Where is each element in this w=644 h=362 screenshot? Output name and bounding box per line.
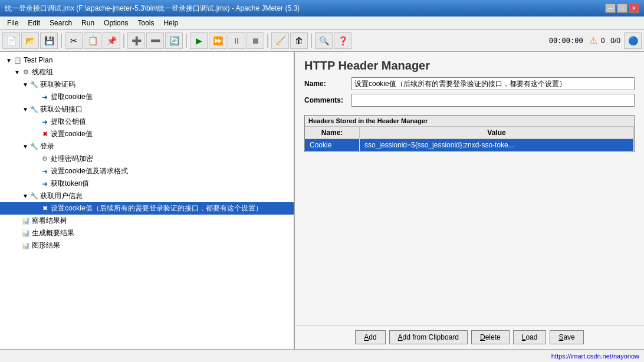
tree-item-viewresults[interactable]: 📊 察看结果树: [0, 215, 294, 227]
paste-button[interactable]: 📌: [103, 32, 120, 49]
tree-label-threadgroup: 线程组: [32, 67, 53, 77]
name-input[interactable]: [351, 77, 635, 90]
tree-label-viewresults: 察看结果树: [32, 216, 67, 226]
tree-label-gettoken: 获取token值: [51, 179, 89, 189]
setcookie1-icon: ✖: [40, 130, 50, 139]
save-button[interactable]: 💾: [40, 32, 58, 49]
threadgroup-icon: ⚙: [21, 68, 31, 77]
open-button[interactable]: 📂: [21, 32, 39, 49]
run-button[interactable]: ▶: [190, 32, 208, 49]
menu-options[interactable]: Options: [99, 18, 133, 28]
toolbar-sep-4: [267, 34, 268, 48]
help-button[interactable]: ❓: [334, 32, 351, 49]
window-title: 统一登录接口调试.jmx (F:\apache-jmeter-5.3\bin\统…: [5, 4, 300, 14]
tree-item-setcookie2[interactable]: ➜ 设置cookie值及请求格式: [0, 165, 294, 177]
menu-help[interactable]: Help: [159, 18, 183, 28]
expand-icon-2[interactable]: ▼: [13, 68, 21, 77]
comments-input[interactable]: [351, 94, 635, 107]
tree-item-setcookie-selected[interactable]: ✖ 设置cookie值（后续所有的需要登录验证的接口，都要有这个设置）: [0, 202, 294, 215]
extractcookie-icon: ➜: [40, 93, 50, 102]
tree-label-getpubkey: 获取公钥接口: [40, 104, 83, 114]
extractpubkey-icon: ➜: [40, 117, 50, 127]
col-header-name: Name:: [305, 127, 359, 139]
panel-spacer: [295, 157, 644, 325]
expand-button[interactable]: ➕: [127, 32, 145, 49]
tree-item-setcookie1[interactable]: ✖ 设置cookie值: [0, 128, 294, 140]
menubar: File Edit Search Run Options Tools Help: [0, 17, 644, 29]
headers-group: Headers Stored in the Header Manager Nam…: [304, 115, 635, 152]
tree-item-extractcookie[interactable]: ➜ 提取cookie值: [0, 91, 294, 103]
delete-button[interactable]: Delete: [471, 330, 510, 344]
expand-icon-leaf: [32, 93, 40, 101]
col-header-value: Value: [359, 127, 633, 139]
clear-all-button[interactable]: 🗑: [290, 32, 308, 49]
encrypt-icon: ⚙: [40, 154, 50, 164]
run-counter: 0/0: [608, 37, 623, 45]
load-button[interactable]: Load: [513, 330, 547, 344]
tree-item-getpubkey[interactable]: ▼ 🔧 获取公钥接口: [0, 103, 294, 116]
tree-item-graph[interactable]: 📊 图形结果: [0, 239, 294, 252]
minimize-button[interactable]: —: [605, 4, 616, 13]
search-toolbar-button[interactable]: 🔍: [315, 32, 333, 49]
expand-icon[interactable]: ▼: [5, 56, 13, 64]
expand-icon-4[interactable]: ▼: [21, 106, 29, 114]
close-button[interactable]: ✕: [629, 4, 639, 13]
tree-item-threadgroup[interactable]: ▼ ⚙ 线程组: [0, 66, 294, 78]
cut-button[interactable]: ✂: [65, 32, 83, 49]
tree-item-summary[interactable]: 📊 生成概要结果: [0, 227, 294, 239]
menu-edit[interactable]: Edit: [23, 18, 45, 28]
menu-search[interactable]: Search: [45, 18, 77, 28]
toggle-button[interactable]: 🔄: [165, 32, 183, 49]
maximize-button[interactable]: □: [617, 4, 627, 13]
name-row: Name:: [304, 77, 635, 90]
tree-label-login: 登录: [40, 141, 54, 152]
tree-item-extractpubkey[interactable]: ➜ 提取公钥值: [0, 116, 294, 128]
setcookie-selected-icon: ✖: [40, 204, 50, 213]
expand-icon-6[interactable]: ▼: [21, 192, 29, 200]
status-url[interactable]: https://imart.csdn.net/nayonow: [551, 353, 639, 360]
row-name-cell: Cookie: [305, 139, 359, 152]
headers-group-title: Headers Stored in the Header Manager: [305, 116, 634, 127]
tree-item-testplan[interactable]: ▼ 📋 Test Plan: [0, 54, 294, 66]
menu-file[interactable]: File: [2, 18, 23, 28]
summary-icon: 📊: [21, 229, 31, 238]
gettoken-icon: ➜: [40, 179, 50, 189]
tree-item-login[interactable]: ▼ 🔧 登录: [0, 140, 294, 153]
tree-label-summary: 生成概要结果: [32, 228, 74, 238]
save-panel-button[interactable]: Save: [550, 330, 583, 344]
headers-table: Name: Value Cookie sso_jessionid=${sso_j…: [305, 127, 634, 152]
menu-run[interactable]: Run: [77, 18, 99, 28]
collapse-button[interactable]: ➖: [146, 32, 164, 49]
table-row[interactable]: Cookie sso_jessionid=${sso_jessionid};zn…: [305, 139, 634, 152]
status-button[interactable]: 🔵: [624, 32, 642, 49]
panel-buttons: Add Add from Clipboard Delete Load Save: [295, 325, 644, 349]
tree-item-getuserinfo[interactable]: ▼ 🔧 获取用户信息: [0, 190, 294, 202]
stop-button[interactable]: ⏸: [228, 32, 245, 49]
tree-label-encrypt: 处理密码加密: [51, 154, 93, 164]
expand-icon-leaf7: [32, 205, 40, 213]
copy-button[interactable]: 📋: [84, 32, 101, 49]
main-layout: ▼ 📋 Test Plan ▼ ⚙ 线程组 ▼ 🔧 获取验证码 ➜ 提取cook…: [0, 52, 644, 349]
comments-row: Comments:: [304, 94, 635, 107]
expand-icon-5[interactable]: ▼: [21, 143, 29, 151]
tree-panel[interactable]: ▼ 📋 Test Plan ▼ ⚙ 线程组 ▼ 🔧 获取验证码 ➜ 提取cook…: [0, 52, 295, 349]
tree-item-getverify[interactable]: ▼ 🔧 获取验证码: [0, 78, 294, 91]
tree-item-gettoken[interactable]: ➜ 获取token值: [0, 177, 294, 190]
toolbar-sep-3: [186, 34, 187, 48]
expand-icon-leaf4: [32, 155, 40, 163]
tree-label-extractpubkey: 提取公钥值: [51, 117, 86, 127]
expand-icon-leaf9: [13, 229, 21, 238]
clear-button[interactable]: 🧹: [271, 32, 289, 49]
add-clipboard-button[interactable]: Add from Clipboard: [389, 330, 468, 344]
run-no-pauses-button[interactable]: ⏩: [209, 32, 226, 49]
add-button[interactable]: Add: [355, 330, 385, 344]
tree-item-encrypt[interactable]: ⚙ 处理密码加密: [0, 153, 294, 165]
expand-icon-leaf2: [32, 118, 40, 126]
panel-form: Name: Comments:: [295, 77, 644, 110]
menu-tools[interactable]: Tools: [133, 18, 159, 28]
viewresults-icon: 📊: [21, 216, 31, 226]
stop-now-button[interactable]: ⏹: [247, 32, 264, 49]
new-button[interactable]: 📄: [2, 32, 20, 49]
tree-label-setcookie-selected: 设置cookie值（后续所有的需要登录验证的接口，都要有这个设置）: [51, 203, 262, 213]
expand-icon-3[interactable]: ▼: [21, 81, 29, 89]
